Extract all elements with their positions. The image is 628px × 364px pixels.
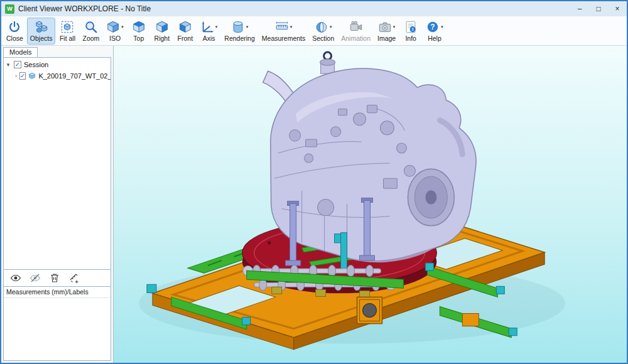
toolbar-icon-row: ▾ <box>231 20 249 34</box>
expander-icon[interactable]: ▾ <box>5 62 11 68</box>
measurements-icon <box>275 20 289 34</box>
toolbar-button-label: Close <box>6 35 23 42</box>
show-button[interactable] <box>10 272 21 284</box>
axis-icon <box>200 20 214 34</box>
dropdown-arrow-icon[interactable]: ▾ <box>121 24 124 29</box>
fit-all-icon <box>60 20 74 34</box>
window-controls: – □ × <box>570 1 627 16</box>
toolbar-button-fit-all[interactable]: Fit all <box>56 18 78 45</box>
toolbar-button-info[interactable]: iInfo <box>399 18 422 45</box>
tree-item-model[interactable]: › ✓ K_20019_707_WT_02_e <box>5 70 111 82</box>
scene-3d[interactable] <box>114 46 627 363</box>
control-box[interactable] <box>357 297 382 323</box>
app-window: W Client Viewer WORKXPLORE - No Title – … <box>0 0 628 364</box>
toolbar-icon-row <box>349 20 363 34</box>
info-icon: i <box>404 20 418 34</box>
toolbar-icon-row: i <box>404 20 418 34</box>
toolbar-icon-row: ▾ <box>378 20 396 34</box>
toolbar-icon-row <box>8 20 21 34</box>
toolbar-button-label: ISO <box>109 35 121 42</box>
session-checkbox[interactable]: ✓ <box>14 61 21 68</box>
tree-item-session[interactable]: ▾ ✓ Session <box>5 59 111 70</box>
hide-button[interactable] <box>30 272 41 284</box>
toolbar-button-help[interactable]: ?▾Help <box>423 18 447 45</box>
toolbar-icon-row: ?▾ <box>426 20 443 34</box>
app-logo-icon: W <box>5 4 14 14</box>
main-toolbar: CloseObjectsFit allZoom▾ISOTopRightFront… <box>1 16 627 46</box>
toolbar-icon-row <box>178 20 192 34</box>
toolbar-button-rendering[interactable]: ▾Rendering <box>221 18 257 45</box>
titlebar[interactable]: W Client Viewer WORKXPLORE - No Title – … <box>1 1 627 16</box>
expander-icon[interactable]: › <box>15 73 17 79</box>
toolbar-button-front[interactable]: Front <box>174 18 197 45</box>
toolbar-icon-row: ▾ <box>106 20 124 34</box>
svg-text:i: i <box>412 26 413 32</box>
dropdown-arrow-icon[interactable]: ▾ <box>290 24 293 29</box>
svg-text:?: ? <box>431 23 435 31</box>
toolbar-button-label: Front <box>178 35 193 42</box>
delete-button[interactable] <box>49 272 60 284</box>
toolbar-button-animation[interactable]: Animation <box>338 18 374 45</box>
dropdown-arrow-icon[interactable]: ▾ <box>215 24 218 29</box>
model-tool-strip <box>3 270 111 287</box>
toolbar-button-label: Image <box>377 35 396 42</box>
measurements-panel: Measurements (mm)/Labels <box>3 287 111 361</box>
toolbar-button-iso[interactable]: ▾ISO <box>103 18 127 45</box>
toolbar-button-label: Fit all <box>60 35 75 42</box>
toolbar-icon-row <box>60 20 74 34</box>
toolbar-icon-row <box>132 20 146 34</box>
toolbar-button-right[interactable]: Right <box>151 18 173 45</box>
viewport-3d[interactable] <box>114 46 627 363</box>
help-icon: ? <box>426 20 440 34</box>
toolbar-icon-row: ▾ <box>275 20 293 34</box>
toolbar-button-label: Measurements <box>262 35 305 42</box>
tab-models[interactable]: Models <box>3 47 38 57</box>
measure-button[interactable] <box>68 272 80 284</box>
measurements-list[interactable] <box>4 298 111 360</box>
toolbar-button-close[interactable]: Close <box>3 18 26 45</box>
toolbar-button-zoom[interactable]: Zoom <box>79 18 102 45</box>
toolbar-button-label: Axis <box>203 35 215 42</box>
front-cube-icon <box>178 20 192 34</box>
toolbar-button-label: Zoom <box>82 35 99 42</box>
window-body: Models ▾ ✓ Session › ✓ K_20019_707_WT_02… <box>1 46 627 363</box>
dropdown-arrow-icon[interactable]: ▾ <box>330 24 332 29</box>
toolbar-button-label: Section <box>312 35 334 42</box>
toolbar-button-objects[interactable]: Objects <box>27 18 56 45</box>
model-tree: ▾ ✓ Session › ✓ K_20019_707_WT_02_e <box>3 57 111 270</box>
toolbar-button-label: Rendering <box>224 35 254 42</box>
measurements-panel-header: Measurements (mm)/Labels <box>4 287 111 298</box>
section-icon <box>315 20 328 34</box>
model-icon <box>28 72 36 80</box>
tree-item-label: Session <box>24 61 48 68</box>
toolbar-button-section[interactable]: ▾Section <box>309 18 337 45</box>
maximize-button[interactable]: □ <box>589 1 608 16</box>
models-sidebar: Models ▾ ✓ Session › ✓ K_20019_707_WT_02… <box>1 46 114 363</box>
animation-icon <box>349 20 363 34</box>
close-window-button[interactable]: × <box>608 1 627 16</box>
toolbar-button-label: Help <box>428 35 441 42</box>
toolbar-button-label: Objects <box>30 35 53 42</box>
zoom-icon <box>84 20 98 34</box>
top-cube-icon <box>132 20 146 34</box>
toolbar-icon-row <box>84 20 98 34</box>
toolbar-button-image[interactable]: ▾Image <box>374 18 399 45</box>
toolbar-icon-row: ▾ <box>200 20 218 34</box>
toolbar-button-label: Top <box>133 35 144 42</box>
toolbar-button-axis[interactable]: ▾Axis <box>197 18 221 45</box>
power-icon <box>8 20 21 34</box>
dropdown-arrow-icon[interactable]: ▾ <box>393 24 396 29</box>
objects-icon <box>35 20 48 34</box>
toolbar-icon-row: ▾ <box>315 20 332 34</box>
toolbar-button-top[interactable]: Top <box>127 18 150 45</box>
dropdown-arrow-icon[interactable]: ▾ <box>246 24 249 29</box>
tree-item-label: K_20019_707_WT_02_e <box>38 72 111 80</box>
minimize-button[interactable]: – <box>570 1 589 16</box>
dropdown-arrow-icon[interactable]: ▾ <box>441 24 443 29</box>
image-icon <box>378 20 392 34</box>
rendering-icon <box>231 20 245 34</box>
toolbar-icon-row <box>35 20 48 34</box>
toolbar-button-measurements[interactable]: ▾Measurements <box>259 18 308 45</box>
model-checkbox[interactable]: ✓ <box>19 72 26 80</box>
window-title: Client Viewer WORKXPLORE - No Title <box>18 4 566 13</box>
